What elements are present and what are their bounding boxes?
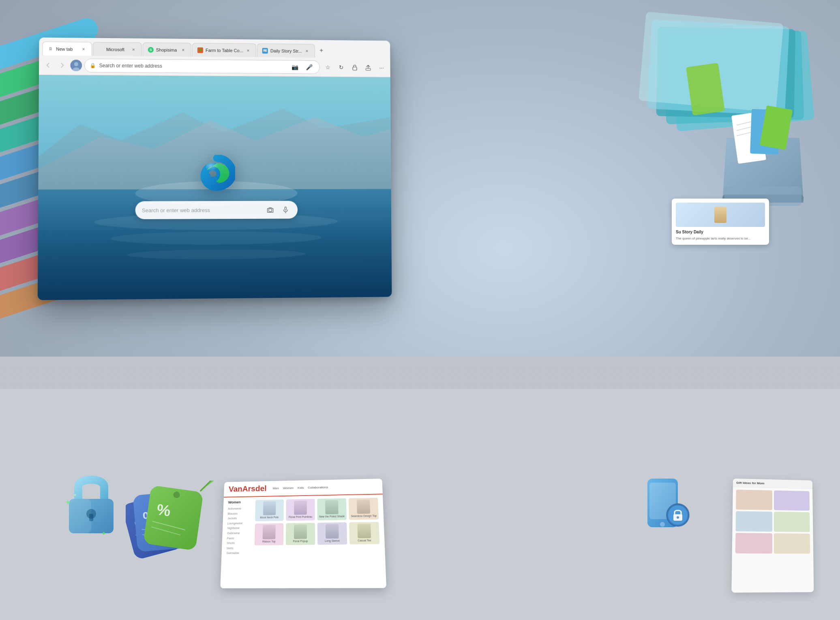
product-6: Floral Popup [286,523,315,545]
shopping-nav-women: Women [283,486,294,490]
tab-label-shopisima: Shopisima [156,47,177,52]
tab-label-daily-story: Daily Story Str... [270,48,302,53]
shopping-nav-kids: Kids [298,486,304,490]
address-bar-text: Search or enter web address [99,63,286,70]
price-tags: % % % [126,481,215,563]
tab-shopisima[interactable]: S Shopisima ✕ [143,43,191,57]
tab-favicon-daily-story: 📰 [262,48,268,53]
secondary-card-content [732,487,814,556]
camera-search-icon[interactable]: 📷 [289,61,300,73]
content-camera-icon[interactable] [265,204,276,216]
tab-close-new-tab[interactable]: ✕ [81,46,86,52]
tab-favicon-new-tab: 🗎 [48,46,54,51]
secure-button[interactable] [349,62,360,73]
svg-text:✦: ✦ [65,498,71,507]
lock-3d-icon: ✦ ✦ ✦ [63,468,120,539]
document-tray [718,105,808,212]
tab-label-microsoft: Microsoft [106,47,124,51]
share-button[interactable] [362,62,373,73]
tab-farm-table[interactable]: 🌿 Farm to Table Co... ✕ [192,43,256,57]
tab-bar: 🗎 New tab ✕ Microsoft ✕ S Shopisima [39,37,390,58]
search-placeholder-text: Search or enter web address [142,207,261,213]
product-7: Long Sleeve [317,522,347,545]
tab-daily-story[interactable]: 📰 Daily Story Str... ✕ [257,43,315,58]
svg-point-64 [677,516,679,519]
svg-point-23 [74,62,78,66]
add-tab-button[interactable]: + [316,45,327,56]
content-search-bar[interactable]: Search or enter web address [135,201,298,219]
product-4: Seamless Design Top [349,498,379,520]
tab-label-new-tab: New tab [56,46,73,51]
svg-text:✦: ✦ [73,492,77,498]
refresh-button[interactable]: ↻ [336,62,347,73]
svg-point-36 [269,209,272,212]
address-bar[interactable]: 🔒 Search or enter web address 📷 🎤 [84,59,320,74]
tab-close-shopisima[interactable]: ✕ [180,47,186,53]
browser-window: 🗎 New tab ✕ Microsoft ✕ S Shopisima [38,37,392,300]
favorites-button[interactable]: ☆ [322,62,334,73]
svg-text:%: % [156,501,171,520]
tab-favicon-farm-table: 🌿 [197,47,203,53]
tab-favicon-shopisima: S [148,47,154,52]
tab-new-tab[interactable]: 🗎 New tab ✕ [42,42,92,56]
tab-favicon-microsoft [98,46,104,52]
story-image [676,203,765,227]
svg-rect-25 [353,67,357,70]
svg-rect-37 [285,207,286,210]
edge-logo [199,155,235,193]
tab-close-microsoft[interactable]: ✕ [131,47,137,52]
tab-close-daily-story[interactable]: ✕ [304,48,310,54]
voice-search-icon[interactable]: 🎤 [304,62,315,73]
forward-button[interactable] [56,60,68,71]
shopping-section: Women [228,500,252,504]
phone-lock-icon [641,477,694,539]
tab-label-farm-table: Farm to Table Co... [206,48,243,53]
shopping-nav-collabs: Collaborations [308,485,328,490]
back-button[interactable] [42,60,54,71]
svg-point-35 [206,162,221,172]
svg-rect-42 [89,514,93,521]
story-snippet-card: Su Story Daily The queen of pineapple ta… [672,199,769,245]
story-title: Su Story Daily [676,229,765,235]
story-snippet-text: The queen of pineapple tarts really dese… [676,236,765,241]
product-3: New the Poled Shade [317,498,347,520]
address-bar-lock-icon: 🔒 [90,63,96,68]
svg-text:✦: ✦ [101,530,106,537]
product-2: Floral Print Pointeau [286,499,315,521]
more-options-button[interactable]: ··· [376,62,387,73]
shopping-brand: VanArsdel [229,484,267,494]
address-bar-row: 🔒 Search or enter web address 📷 🎤 ☆ ↻ ··… [39,56,390,77]
svg-rect-26 [366,68,371,71]
tab-close-farm-table[interactable]: ✕ [246,47,251,53]
product-5: Ribbon Top [255,523,284,545]
browser-chrome: 🗎 New tab ✕ Microsoft ✕ S Shopisima [39,37,390,77]
browser-content: Search or enter web address [38,75,392,300]
svg-point-60 [660,522,665,527]
tab-microsoft[interactable]: Microsoft ✕ [93,42,142,56]
content-mic-icon[interactable] [280,204,291,216]
profile-avatar[interactable] [71,60,82,71]
shopping-content: Women ActivewearBlousesJacketsLoungewear… [221,494,385,559]
product-8: Casual Tee [349,522,379,545]
product-1: Mock Neck Polo [255,500,284,522]
secondary-shopping-card: Gift Ideas for Mom [731,479,814,593]
shopping-website-card: VanArsdel Men Women Kids Collaborations … [220,479,386,588]
shopping-nav-men: Men [273,487,279,490]
